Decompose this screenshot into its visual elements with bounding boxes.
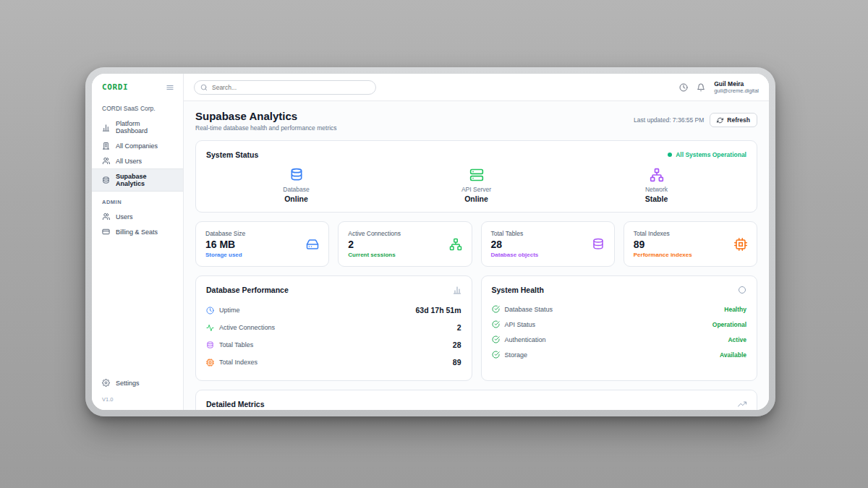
status-label: Database: [283, 186, 309, 193]
performance-row-total-indexes: Total Indexes 89: [206, 354, 461, 371]
health-row-database-status: Database Status Healthy: [492, 301, 747, 317]
bell-icon[interactable]: [697, 83, 705, 92]
content: System Status All Systems Operational Da…: [184, 139, 769, 410]
metric-card-total-tables: Total Tables 28 Database objects: [481, 221, 615, 267]
users-icon: [102, 213, 110, 221]
metric-value: 2: [348, 239, 401, 250]
sidebar-item-label: Supabase Analytics: [116, 173, 173, 187]
search-box[interactable]: [194, 80, 376, 95]
sidebar-item-label: All Companies: [116, 142, 158, 150]
sidebar-item-settings[interactable]: Settings: [102, 375, 173, 390]
last-updated: Last updated: 7:36:55 PM: [634, 116, 704, 124]
page-subtitle: Real-time database health and performanc…: [195, 124, 337, 132]
status-badge-label: All Systems Operational: [676, 151, 746, 158]
metric-title: Total Tables: [491, 230, 539, 237]
metric-subtitle: Storage used: [205, 252, 245, 258]
status-api-server: API Server Online: [386, 168, 566, 203]
page-title: Supabase Analytics: [195, 110, 337, 122]
panels-row: Database Performance Uptime 63d 17h 51m …: [195, 275, 757, 381]
search-icon: [200, 84, 208, 91]
user-name: Guil Meira: [714, 80, 759, 88]
credit-card-icon: [102, 228, 110, 236]
performance-row-active-connections: Active Connections 2: [206, 319, 461, 336]
system-status-panel: System Status All Systems Operational Da…: [195, 140, 757, 213]
health-row-api-status: API Status Operational: [492, 317, 747, 332]
check-circle-icon: [492, 305, 500, 313]
health-row-storage: Storage Available: [492, 347, 747, 362]
row-label-text: Storage: [505, 351, 528, 359]
metric-title: Active Connections: [348, 230, 401, 237]
row-label-text: Authentication: [505, 336, 546, 343]
status-value: Online: [284, 194, 308, 203]
status-value: Online: [464, 194, 488, 203]
system-status-title: System Status: [206, 150, 258, 159]
performance-title: Database Performance: [206, 286, 289, 294]
metric-card-total-indexes: Total Indexes 89 Performance indexes: [624, 221, 757, 267]
clock-icon[interactable]: [679, 83, 688, 92]
search-input[interactable]: [212, 84, 370, 91]
status-dot: [668, 153, 672, 157]
sidebar-item-platform-dashboard[interactable]: Platform Dashboard: [92, 116, 183, 138]
sidebar-admin-nav: Users Billing & Seats: [92, 209, 183, 239]
clock-icon: [206, 307, 214, 314]
metric-value: 28: [491, 239, 539, 250]
trending-up-icon: [738, 400, 746, 408]
server-icon: [469, 168, 484, 182]
status-network: Network Stable: [566, 168, 746, 203]
database-icon: [206, 341, 214, 349]
sidebar-item-billing-seats[interactable]: Billing & Seats: [92, 224, 183, 239]
performance-row-uptime: Uptime 63d 17h 51m: [206, 301, 461, 319]
health-row-authentication: Authentication Active: [492, 332, 747, 347]
users-icon: [102, 157, 110, 165]
detailed-metrics-title: Detailed Metrics: [206, 400, 265, 408]
network-icon: [449, 238, 462, 251]
bar-chart-icon: [453, 286, 461, 294]
sidebar-item-label: Settings: [116, 380, 140, 387]
row-value: 89: [453, 358, 461, 367]
bar-chart-icon: [102, 124, 110, 132]
sidebar-item-all-companies[interactable]: All Companies: [92, 138, 183, 153]
metric-card-database-size: Database Size 16 MB Storage used: [195, 221, 329, 267]
row-label-text: Total Tables: [219, 341, 253, 348]
row-label-text: API Status: [505, 321, 536, 328]
metric-title: Total Indexes: [634, 230, 692, 237]
row-value: Active: [728, 336, 746, 343]
topbar: Guil Meira guil@creme.digital: [184, 74, 769, 101]
database-icon: [289, 168, 304, 182]
menu-icon[interactable]: [166, 83, 174, 92]
device-frame: CORDI CORDI SaaS Corp. Platform Dashboar…: [85, 67, 775, 416]
building-icon: [102, 142, 110, 150]
app-version: V1.0: [102, 396, 173, 403]
user-email: guil@creme.digital: [714, 87, 759, 94]
cpu-icon: [734, 238, 747, 251]
metric-card-active-connections: Active Connections 2 Current sessions: [338, 221, 472, 267]
sidebar-item-all-users[interactable]: All Users: [92, 153, 183, 168]
refresh-icon: [717, 117, 723, 124]
admin-section-label: ADMIN: [92, 192, 183, 209]
check-circle-icon: [492, 351, 500, 359]
database-icon: [592, 238, 605, 251]
refresh-button[interactable]: Refresh: [710, 113, 757, 127]
user-menu[interactable]: Guil Meira guil@creme.digital: [714, 80, 759, 95]
row-value: 28: [453, 341, 461, 349]
sidebar-nav: Platform Dashboard All Companies All Use…: [92, 116, 183, 192]
app-window: CORDI CORDI SaaS Corp. Platform Dashboar…: [92, 74, 769, 410]
metric-title: Database Size: [205, 230, 245, 237]
system-health-panel: System Health Database Status Healthy AP…: [481, 275, 758, 381]
cpu-icon: [206, 359, 214, 367]
sidebar-item-supabase-analytics[interactable]: Supabase Analytics: [92, 168, 183, 192]
check-circle-icon: [492, 335, 500, 343]
row-value: Healthy: [724, 306, 746, 313]
all-systems-badge: All Systems Operational: [668, 151, 746, 158]
sidebar-item-label: Platform Dashboard: [116, 120, 173, 134]
refresh-label: Refresh: [727, 116, 750, 124]
metric-value: 16 MB: [205, 239, 245, 250]
performance-row-total-tables: Total Tables 28: [206, 336, 461, 354]
loader-circle-icon: [738, 286, 746, 294]
main-area: Guil Meira guil@creme.digital Supabase A…: [184, 74, 769, 410]
hard-drive-icon: [306, 238, 319, 251]
check-circle-icon: [492, 320, 500, 328]
row-value: Operational: [712, 321, 746, 328]
sidebar-item-users[interactable]: Users: [92, 209, 183, 224]
app-logo: CORDI: [102, 82, 128, 92]
